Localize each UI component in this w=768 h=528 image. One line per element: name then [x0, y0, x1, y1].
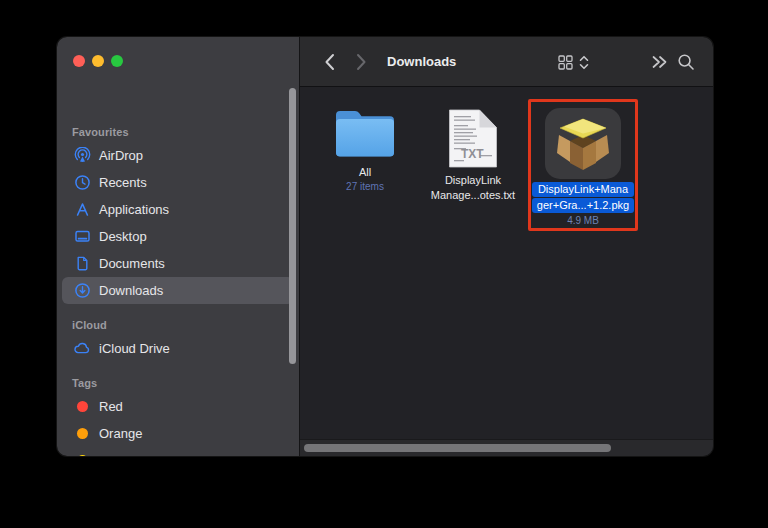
svg-text:TXT: TXT [461, 147, 484, 161]
sidebar-scrollbar[interactable] [289, 88, 296, 364]
file-browser-content: All 27 items [300, 87, 713, 456]
sidebar-item-label: Desktop [99, 229, 147, 244]
view-options-button[interactable] [553, 37, 593, 87]
cloud-icon [72, 340, 92, 357]
forward-button[interactable] [348, 37, 374, 87]
close-button[interactable] [73, 55, 85, 67]
sidebar-item-label: Recents [99, 175, 147, 190]
grid-view-icon [558, 55, 573, 70]
magnifier-icon [677, 53, 695, 71]
horizontal-scrollbar-thumb[interactable] [304, 444, 611, 452]
sidebar-item-label: Orange [99, 426, 142, 441]
sidebar-item-downloads[interactable]: Downloads [62, 277, 294, 304]
chevron-right-icon [356, 53, 367, 71]
sidebar: Favourites AirDrop [57, 37, 299, 456]
finder-window: Favourites AirDrop [57, 37, 713, 456]
chevron-left-icon [324, 53, 335, 71]
download-circle-icon [72, 282, 92, 299]
toolbar: Downloads [300, 37, 713, 87]
file-item-displaylink-pkg[interactable] [545, 108, 621, 179]
sidebar-item-label: iCloud Drive [99, 341, 170, 356]
file-name-line1: DisplayLink [445, 173, 501, 188]
folder-icon [333, 106, 397, 161]
yellow-tag-dot-icon [72, 455, 92, 456]
sidebar-tags-list: Red Orange Yellow Green [57, 393, 299, 456]
file-name-line2: ger+Gra...+1.2.pkg [532, 198, 634, 213]
horizontal-scrollbar-track[interactable] [300, 439, 713, 456]
file-item-displaylink-notes-txt[interactable]: TXT DisplayLink Manage...otes.txt [418, 108, 528, 203]
sidebar-item-desktop[interactable]: Desktop [62, 223, 294, 250]
sidebar-section-tags: Tags [72, 377, 97, 389]
sidebar-section-favourites: Favourites [72, 126, 129, 138]
sidebar-section-icloud: iCloud [72, 319, 107, 331]
sidebar-item-tag-yellow[interactable]: Yellow [62, 447, 294, 456]
file-item-all-folder[interactable]: All 27 items [310, 106, 420, 192]
sidebar-item-airdrop[interactable]: AirDrop [62, 142, 294, 169]
sidebar-item-applications[interactable]: Applications [62, 196, 294, 223]
clock-icon [72, 174, 92, 191]
file-name-line2: Manage...otes.txt [431, 188, 515, 203]
toolbar-overflow-button[interactable] [646, 37, 672, 87]
window-title: Downloads [387, 37, 456, 87]
package-icon [554, 117, 612, 171]
red-tag-dot-icon [72, 401, 92, 412]
traffic-lights [73, 55, 123, 67]
sidebar-item-recents[interactable]: Recents [62, 169, 294, 196]
sidebar-item-label: Red [99, 399, 123, 414]
sidebar-item-label: Documents [99, 256, 165, 271]
search-button[interactable] [672, 37, 700, 87]
double-chevron-right-icon [651, 55, 668, 69]
sidebar-item-tag-orange[interactable]: Orange [62, 420, 294, 447]
sidebar-item-label: Yellow [99, 453, 136, 456]
sidebar-item-label: Applications [99, 202, 169, 217]
orange-tag-dot-icon [72, 428, 92, 439]
zoom-button[interactable] [111, 55, 123, 67]
text-file-icon: TXT [447, 108, 499, 169]
file-name-line1: DisplayLink+Mana [532, 182, 634, 197]
sidebar-item-label: Downloads [99, 283, 163, 298]
sidebar-icloud-list: iCloud Drive [57, 335, 299, 362]
applications-icon [72, 201, 92, 218]
back-button[interactable] [316, 37, 342, 87]
sidebar-item-label: AirDrop [99, 148, 143, 163]
desktop-icon [72, 228, 92, 245]
minimize-button[interactable] [92, 55, 104, 67]
sidebar-item-icloud-drive[interactable]: iCloud Drive [62, 335, 294, 362]
main-pane: Downloads [300, 37, 713, 456]
document-icon [72, 255, 92, 272]
sidebar-item-tag-red[interactable]: Red [62, 393, 294, 420]
red-annotation-box: DisplayLink+Mana ger+Gra...+1.2.pkg 4.9 … [528, 99, 638, 231]
file-name: All [359, 165, 371, 180]
file-item-count: 27 items [346, 181, 384, 192]
up-down-chevrons-icon [579, 55, 589, 70]
sidebar-favourites-list: AirDrop Recents Applications [57, 142, 299, 304]
airdrop-icon [72, 147, 92, 164]
file-size: 4.9 MB [567, 215, 599, 226]
sidebar-item-documents[interactable]: Documents [62, 250, 294, 277]
